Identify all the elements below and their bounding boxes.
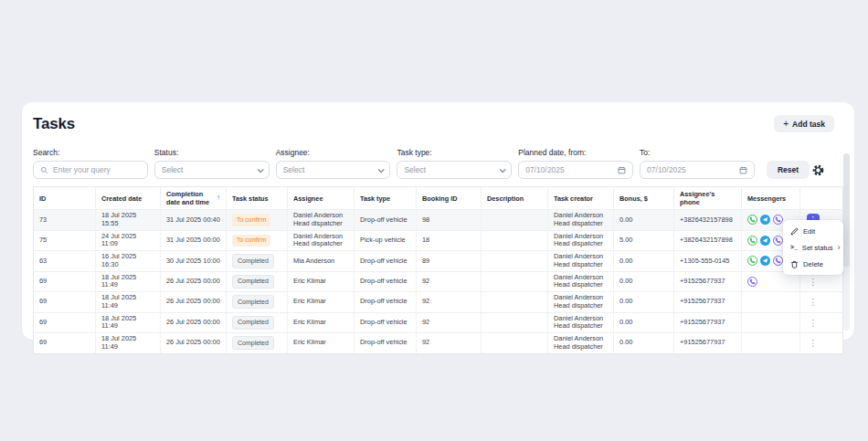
telegram-icon[interactable] <box>760 236 770 246</box>
cell-task-creator: Daniel Anderson Head dispatcher <box>548 231 614 250</box>
column-header-bonus[interactable]: Bonus, $ <box>614 187 674 209</box>
task-type-label: Task type: <box>397 148 512 157</box>
cell-task-status: To confirm <box>227 231 288 250</box>
row-menu-button[interactable]: ⋮ <box>807 296 820 309</box>
column-header-label: Task status <box>232 194 269 203</box>
search-input[interactable] <box>53 165 141 174</box>
table-row[interactable]: 69 18 Jul 2025 11:49 26 Jul 2025 00:00 C… <box>34 332 842 352</box>
column-header-created-date[interactable]: Created date <box>96 187 161 209</box>
planned-date-from-input[interactable]: 07/10/2025 <box>518 161 633 179</box>
viber-icon[interactable] <box>773 215 783 225</box>
vertical-scrollbar[interactable] <box>843 153 850 331</box>
cell-id: 73 <box>34 210 96 229</box>
planned-date-from-value: 07/10/2025 <box>525 165 613 174</box>
menu-item-edit[interactable]: Edit <box>783 223 843 239</box>
cell-description <box>482 210 548 229</box>
column-header-assignee[interactable]: Assignee <box>288 187 355 209</box>
cell-created-date: 24 Jul 2025 11:09 <box>96 231 161 250</box>
cell-task-creator: Daniel Anderson Head dispatcher <box>548 272 614 291</box>
viber-icon[interactable] <box>747 277 757 287</box>
whatsapp-icon[interactable] <box>747 236 757 246</box>
column-header-messengers[interactable]: Messengers <box>742 187 800 209</box>
viber-icon[interactable] <box>773 236 783 246</box>
search-field[interactable] <box>33 161 148 179</box>
chevron-down-icon <box>378 166 385 173</box>
whatsapp-icon[interactable] <box>747 215 757 225</box>
cell-description <box>482 313 548 332</box>
column-header-task-status[interactable]: Task status <box>227 187 288 209</box>
filter-search: Search: <box>33 148 148 179</box>
row-menu-button[interactable]: ⋮ <box>807 275 820 288</box>
column-header-task-creator[interactable]: Task creator <box>548 187 614 209</box>
row-menu-button[interactable]: ⋮ <box>807 337 820 350</box>
trash-icon <box>790 260 799 268</box>
terminal-icon: >_ <box>790 245 798 251</box>
viber-icon[interactable] <box>773 256 783 266</box>
table-row[interactable]: 63 16 Jul 2025 16:30 30 Jul 2025 10:00 C… <box>34 250 842 270</box>
cell-task-status: Completed <box>227 251 288 270</box>
assignee-label: Assignee: <box>276 148 391 157</box>
cell-task-type: Pick-up vehicle <box>355 231 417 250</box>
column-header-label: ID <box>39 194 46 203</box>
add-task-button[interactable]: + Add task <box>774 115 834 132</box>
table-row[interactable]: 69 18 Jul 2025 11:49 26 Jul 2025 00:00 C… <box>34 291 842 311</box>
sort-ascending-icon[interactable]: ↑ <box>217 194 220 203</box>
row-menu-button[interactable]: ⋮ <box>807 316 820 329</box>
cell-completion-date: 26 Jul 2025 00:00 <box>161 272 227 291</box>
cell-task-status: Completed <box>227 313 288 332</box>
reset-button[interactable]: Reset <box>767 161 810 179</box>
menu-item-set-status[interactable]: >_ Set status › <box>783 239 843 256</box>
status-badge: Completed <box>232 254 274 268</box>
column-header-assignee-s-phone[interactable]: Assignee's phone <box>674 187 742 209</box>
cell-description <box>482 333 548 352</box>
cell-created-date: 18 Jul 2025 15:55 <box>96 210 161 229</box>
column-header-description[interactable]: Description <box>482 187 548 209</box>
filter-status: Status: Select <box>154 148 270 179</box>
whatsapp-icon[interactable] <box>747 256 757 266</box>
table-body: 73 18 Jul 2025 15:55 31 Jul 2025 00:40 T… <box>34 209 842 352</box>
chevron-down-icon <box>257 166 263 173</box>
assignee-select[interactable]: Select <box>276 161 391 179</box>
cell-created-date: 18 Jul 2025 11:49 <box>96 333 161 352</box>
cell-id: 69 <box>34 292 96 311</box>
cell-assignee: Eric Klimar <box>288 292 355 311</box>
column-header-completion-date-and-time[interactable]: Completion date and time↑ <box>161 187 227 209</box>
table-row[interactable]: 69 18 Jul 2025 11:49 26 Jul 2025 00:00 C… <box>34 271 842 291</box>
cell-task-type: Drop-off vehicle <box>355 272 417 291</box>
task-type-select-value: Select <box>404 165 495 174</box>
table-row[interactable]: 69 18 Jul 2025 11:49 26 Jul 2025 00:00 C… <box>34 312 842 332</box>
search-icon <box>40 166 48 174</box>
table-row[interactable]: 73 18 Jul 2025 15:55 31 Jul 2025 00:40 T… <box>34 209 842 229</box>
status-select-value: Select <box>162 165 253 174</box>
settings-button[interactable] <box>810 161 826 179</box>
column-header-label: Assignee's phone <box>680 190 736 206</box>
cell-actions: ⋮ <box>800 313 826 332</box>
gear-icon <box>811 163 825 177</box>
cell-bonus: 0.00 <box>614 272 674 291</box>
cell-task-type: Drop-off vehicle <box>355 313 417 332</box>
column-header-task-type[interactable]: Task type <box>355 187 417 209</box>
pencil-icon <box>790 227 799 236</box>
cell-created-date: 18 Jul 2025 11:49 <box>96 292 161 311</box>
filter-task-type: Task type: Select <box>397 148 512 179</box>
telegram-icon[interactable] <box>760 256 770 266</box>
scrollbar-thumb[interactable] <box>843 153 850 267</box>
column-header-booking-id[interactable]: Booking ID <box>417 187 482 209</box>
cell-completion-date: 26 Jul 2025 00:00 <box>161 313 227 332</box>
column-header-id[interactable]: ID <box>34 187 96 209</box>
status-select[interactable]: Select <box>154 161 270 179</box>
task-type-select[interactable]: Select <box>397 161 512 179</box>
cell-completion-date: 26 Jul 2025 00:00 <box>161 292 227 311</box>
menu-item-delete[interactable]: Delete <box>783 256 843 272</box>
cell-assignee: Daniel Anderson Head dispatcher <box>288 210 355 229</box>
status-badge: To confirm <box>232 235 270 247</box>
column-header-actions <box>800 187 826 209</box>
table-row[interactable]: 75 24 Jul 2025 11:09 31 Jul 2025 00:00 T… <box>34 230 842 250</box>
cell-id: 69 <box>34 313 96 332</box>
telegram-icon[interactable] <box>760 215 770 225</box>
column-header-label: Bonus, $ <box>619 194 648 203</box>
cell-booking-id: 92 <box>417 313 482 332</box>
planned-date-to-input[interactable]: 07/10/2025 <box>640 161 755 179</box>
column-header-label: Booking ID <box>422 194 458 203</box>
cell-messengers <box>742 292 800 311</box>
